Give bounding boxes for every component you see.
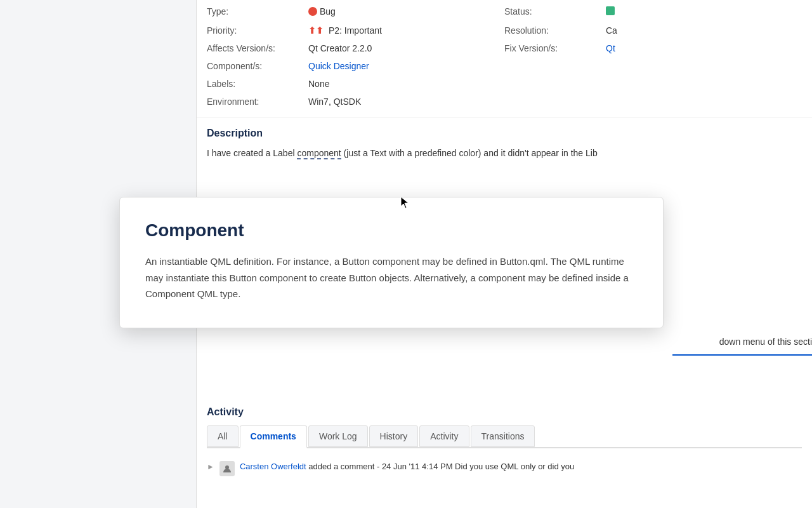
type-pair: Type: Bug	[207, 3, 504, 22]
priority-icon: ⬆⬆	[308, 25, 324, 36]
environment-label: Environment:	[207, 97, 308, 107]
priority-text: P2: Important	[329, 25, 382, 36]
bug-icon	[308, 7, 317, 16]
activity-title: Activity	[207, 406, 802, 418]
status-icon	[606, 6, 615, 15]
labels-value: None	[308, 79, 504, 89]
fix-value[interactable]: Qt	[606, 43, 802, 53]
component-value[interactable]: Quick Designer	[308, 61, 504, 71]
status-value	[606, 6, 802, 17]
tabs-bar: All Comments Work Log History Activity T…	[207, 425, 802, 448]
affects-label: Affects Version/s:	[207, 43, 308, 53]
tab-activity[interactable]: Activity	[419, 425, 469, 447]
description-title: Description	[207, 128, 802, 139]
desc-text-link[interactable]: component	[297, 148, 341, 159]
page: Type: Bug Status:	[0, 0, 812, 508]
component-pair: Component/s: Quick Designer	[207, 57, 504, 75]
labels-pair: Labels: None	[207, 75, 504, 93]
dropdown-hint: down menu of this secti	[719, 337, 812, 347]
component-label: Component/s:	[207, 61, 308, 71]
comment-text: Carsten Owerfeldt added a comment - 24 J…	[240, 461, 574, 472]
fix-pair: Fix Version/s: Qt	[504, 39, 802, 57]
priority-pair: Priority: ⬆⬆ P2: Important	[207, 22, 504, 39]
comment-avatar	[219, 461, 235, 476]
comment-row: ► Carsten Owerfeldt added a comment - 24…	[207, 456, 802, 481]
empty-right2	[504, 75, 802, 93]
resolution-value: Ca	[606, 25, 802, 36]
tab-comments[interactable]: Comments	[240, 425, 307, 448]
bug-badge: Bug	[308, 6, 336, 17]
comment-author[interactable]: Carsten Owerfeldt	[240, 462, 306, 471]
tooltip-title: Component	[145, 220, 638, 241]
description-text: I have created a Label component (just a…	[207, 147, 802, 160]
desc-text-after: (just a Text with a predefined color) an…	[341, 148, 598, 158]
environment-pair: Environment: Win7, QtSDK	[207, 93, 504, 110]
issue-details: Type: Bug Status:	[197, 0, 812, 110]
empty-right	[504, 57, 802, 75]
comment-arrow: ►	[207, 462, 214, 471]
type-text: Bug	[320, 6, 336, 17]
tooltip-body: An instantiable QML definition. For inst…	[145, 253, 638, 302]
labels-label: Labels:	[207, 79, 308, 89]
type-value: Bug	[308, 6, 504, 18]
fix-label: Fix Version/s:	[504, 43, 606, 53]
tooltip-popup: Component An instantiable QML definition…	[119, 197, 664, 328]
priority-value: ⬆⬆ P2: Important	[308, 25, 504, 36]
affects-pair: Affects Version/s: Qt Creator 2.2.0	[207, 39, 504, 57]
status-pair: Status:	[504, 3, 802, 22]
dropdown-hint-text: down menu of this secti	[719, 337, 812, 347]
affects-value: Qt Creator 2.2.0	[308, 43, 504, 53]
comment-body: added a comment - 24 Jun '11 4:14 PM Did…	[306, 462, 575, 471]
resolution-label: Resolution:	[504, 25, 606, 36]
status-label: Status:	[504, 6, 606, 17]
tab-worklog[interactable]: Work Log	[308, 425, 368, 447]
resolution-pair: Resolution: Ca	[504, 22, 802, 39]
environment-value: Win7, QtSDK	[308, 97, 504, 107]
description-section: Description I have created a Label compo…	[197, 117, 812, 170]
dropdown-underline	[672, 354, 812, 356]
priority-label: Priority:	[207, 25, 308, 36]
empty-right3	[504, 93, 802, 110]
tab-transitions[interactable]: Transitions	[471, 425, 535, 447]
activity-section: Activity All Comments Work Log History A…	[197, 406, 812, 481]
desc-text-before: I have created a Label	[207, 148, 297, 158]
type-label: Type:	[207, 6, 308, 17]
tab-history[interactable]: History	[369, 425, 419, 447]
tab-all[interactable]: All	[207, 425, 239, 447]
